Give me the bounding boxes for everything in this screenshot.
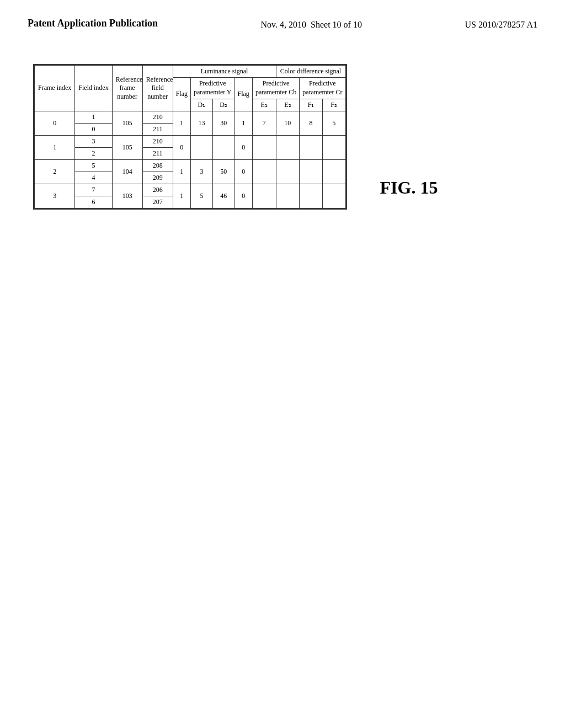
color-f1-empty3 <box>300 184 323 208</box>
ref-field-209: 209 <box>142 172 173 184</box>
color-f1-empty <box>300 135 323 159</box>
field-index-5: 5 <box>75 159 112 172</box>
ref-frame-header: Referenceframe number <box>112 66 142 111</box>
color-e2-empty <box>276 135 300 159</box>
color-F2-header: F₂ <box>322 99 345 111</box>
color-f2-5: 5 <box>322 111 345 135</box>
color-flag-header: Flag <box>234 78 252 111</box>
lum-d1-13: 13 <box>191 111 213 135</box>
field-index-7: 7 <box>75 184 112 196</box>
color-flag-0a: 0 <box>234 135 252 159</box>
lum-d1-empty <box>191 135 213 159</box>
color-e2-10: 10 <box>276 111 300 135</box>
page-header: Patent Application Publication Nov. 4, 2… <box>0 0 565 31</box>
ref-frame-103: 103 <box>112 184 142 208</box>
lum-D1-header: D₁ <box>191 99 213 111</box>
predictive-Y-header: Predictiveparamemter Y <box>191 78 235 99</box>
publication-date: Nov. 4, 2010 Sheet 10 of 10 <box>261 17 362 31</box>
ref-field-208: 208 <box>142 159 173 172</box>
table-row: 2 5 104 208 1 3 50 0 <box>35 159 346 172</box>
color-e2-empty2 <box>276 159 300 184</box>
color-f1-empty2 <box>300 159 323 184</box>
lum-flag-1: 1 <box>173 111 190 135</box>
field-index-header: Field index <box>75 66 112 111</box>
ref-frame-105b: 105 <box>112 135 142 159</box>
table-row: 1 3 105 210 0 0 <box>35 135 346 147</box>
color-f1-8: 8 <box>300 111 323 135</box>
lum-flag-1c: 1 <box>173 184 190 208</box>
luminance-group-header: Luminance signal <box>173 66 276 78</box>
data-table: Frame index Field index Referenceframe n… <box>33 64 347 209</box>
color-e1-empty <box>252 135 276 159</box>
table-row: 0 1 105 210 1 13 30 1 7 10 8 5 <box>35 111 346 123</box>
lum-d1-3: 3 <box>191 159 213 184</box>
frame-index-0: 0 <box>35 111 75 135</box>
table-row: 3 7 103 206 1 5 46 0 <box>35 184 346 196</box>
ref-field-211: 211 <box>142 123 173 135</box>
color-E1-header: E₁ <box>252 99 276 111</box>
ref-field-header: Referencefield number <box>142 66 173 111</box>
ref-field-206: 206 <box>142 184 173 196</box>
color-e2-empty3 <box>276 184 300 208</box>
page-content: Frame index Field index Referenceframe n… <box>0 31 565 209</box>
lum-d1-5: 5 <box>191 184 213 208</box>
frame-index-2: 2 <box>35 159 75 184</box>
frame-index-1: 1 <box>35 135 75 159</box>
field-index-1: 1 <box>75 111 112 123</box>
color-f2-empty <box>322 135 345 159</box>
color-e1-7: 7 <box>252 111 276 135</box>
lum-flag-0a: 0 <box>173 135 190 159</box>
lum-d2-empty <box>212 135 234 159</box>
ref-field-211b: 211 <box>142 147 173 159</box>
frame-index-3: 3 <box>35 184 75 208</box>
field-index-2: 2 <box>75 147 112 159</box>
frame-index-header: Frame index <box>35 66 75 111</box>
lum-flag-header: Flag <box>173 78 190 111</box>
ref-field-210b: 210 <box>142 135 173 147</box>
predictive-Cr-header: Predictiveparamemter Cr <box>300 78 345 99</box>
color-e1-empty3 <box>252 184 276 208</box>
color-flag-1: 1 <box>234 111 252 135</box>
ref-frame-104: 104 <box>112 159 142 184</box>
lum-d2-50: 50 <box>212 159 234 184</box>
color-f2-empty2 <box>322 159 345 184</box>
color-flag-0b: 0 <box>234 159 252 184</box>
color-f2-empty3 <box>322 184 345 208</box>
publication-title: Patent Application Publication <box>28 17 158 30</box>
lum-D2-header: D₂ <box>212 99 234 111</box>
lum-d2-30: 30 <box>212 111 234 135</box>
color-group-header: Color difference signal <box>276 66 345 78</box>
ref-frame-105a: 105 <box>112 111 142 135</box>
figure-label: FIG. 15 <box>380 177 438 198</box>
color-e1-empty2 <box>252 159 276 184</box>
field-index-4: 4 <box>75 172 112 184</box>
color-E2-header: E₂ <box>276 99 300 111</box>
lum-flag-1b: 1 <box>173 159 190 184</box>
lum-d2-46: 46 <box>212 184 234 208</box>
field-index-3: 3 <box>75 135 112 147</box>
color-flag-0c: 0 <box>234 184 252 208</box>
patent-number: US 2010/278257 A1 <box>465 17 537 31</box>
ref-field-207: 207 <box>142 196 173 208</box>
field-index-0: 0 <box>75 123 112 135</box>
field-index-6: 6 <box>75 196 112 208</box>
predictive-Cb-header: Predictiveparamemter Cb <box>252 78 299 99</box>
ref-field-210: 210 <box>142 111 173 123</box>
color-F1-header: F₁ <box>300 99 323 111</box>
